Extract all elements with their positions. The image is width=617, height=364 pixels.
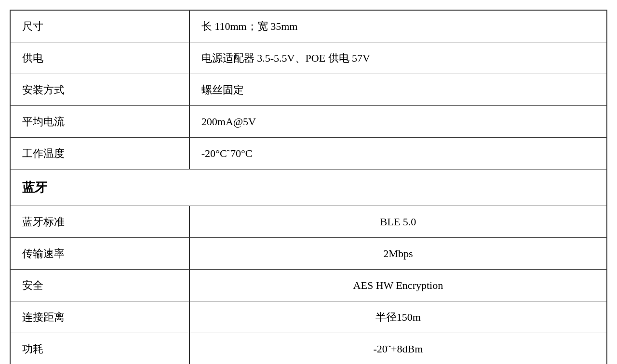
row-value: -20°C˜70°C <box>189 138 606 169</box>
row-label: 传输速率 <box>11 238 189 270</box>
row-label: 连接距离 <box>11 301 189 333</box>
row-value: 2Mbps <box>189 238 606 270</box>
row-value: 200mA@5V <box>189 106 606 138</box>
table-row: 传输速率2Mbps <box>11 238 606 270</box>
spec-table: 尺寸长 110mm；宽 35mm供电电源适配器 3.5-5.5V、POE 供电 … <box>11 11 606 364</box>
table-row: 安装方式螺丝固定 <box>11 74 606 106</box>
table-row: 供电电源适配器 3.5-5.5V、POE 供电 57V <box>11 42 606 74</box>
table-row: 安全AES HW Encryption <box>11 270 606 301</box>
row-label: 功耗 <box>11 333 189 364</box>
table-row: 蓝牙 <box>11 169 606 206</box>
row-label: 平均电流 <box>11 106 189 138</box>
row-value: 电源适配器 3.5-5.5V、POE 供电 57V <box>189 42 606 74</box>
table-row: 工作温度-20°C˜70°C <box>11 138 606 169</box>
row-value: 半径150m <box>189 301 606 333</box>
row-label: 蓝牙标准 <box>11 206 189 238</box>
row-value: AES HW Encryption <box>189 270 606 301</box>
row-label: 安装方式 <box>11 74 189 106</box>
row-label: 供电 <box>11 42 189 74</box>
row-label: 工作温度 <box>11 138 189 169</box>
spec-table-wrapper: 尺寸长 110mm；宽 35mm供电电源适配器 3.5-5.5V、POE 供电 … <box>10 10 607 364</box>
row-value: 螺丝固定 <box>189 74 606 106</box>
row-value: 长 110mm；宽 35mm <box>189 11 606 42</box>
row-label: 尺寸 <box>11 11 189 42</box>
table-row: 平均电流200mA@5V <box>11 106 606 138</box>
table-row: 连接距离半径150m <box>11 301 606 333</box>
table-row: 功耗-20˜+8dBm <box>11 333 606 364</box>
table-row: 蓝牙标准BLE 5.0 <box>11 206 606 238</box>
table-row: 尺寸长 110mm；宽 35mm <box>11 11 606 42</box>
row-value: BLE 5.0 <box>189 206 606 238</box>
section-header-label: 蓝牙 <box>11 169 606 206</box>
row-label: 安全 <box>11 270 189 301</box>
row-value: -20˜+8dBm <box>189 333 606 364</box>
